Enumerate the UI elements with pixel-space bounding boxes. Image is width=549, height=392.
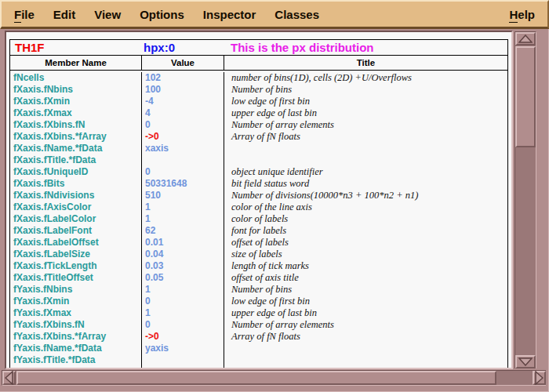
table-row[interactable]: fXaxis.fLabelColor1color of labels — [10, 213, 507, 225]
value-cell: 0.03 — [142, 260, 224, 272]
horizontal-scrollbar[interactable] — [2, 370, 546, 386]
member-name-cell: fYaxis.fXmin — [10, 296, 142, 307]
value-cell: 0.05 — [142, 272, 224, 284]
menu-edit[interactable]: Edit — [44, 5, 85, 24]
member-name-cell: fXaxis.fLabelFont — [10, 225, 142, 237]
value-cell: 0 — [142, 166, 224, 178]
table-row[interactable]: fXaxis.fUniqueID0object unique identifie… — [10, 166, 507, 178]
member-name-cell: fXaxis.fXbins.fN — [10, 119, 142, 131]
menu-file[interactable]: File — [5, 5, 44, 24]
member-name-cell: fXaxis.fLabelSize — [10, 249, 142, 260]
triangle-down-icon — [518, 358, 533, 366]
member-table: TH1F hpx:0 This is the px distribution M… — [9, 39, 508, 368]
title-cell: Number of bins — [224, 84, 507, 96]
menu-classes[interactable]: Classes — [265, 5, 329, 24]
menu-inspector[interactable]: Inspector — [194, 5, 266, 24]
value-cell: 0 — [142, 319, 224, 331]
menu-options[interactable]: Options — [130, 5, 194, 24]
member-table-body: fNcells102number of bins(1D), cells (2D)… — [10, 72, 507, 368]
title-cell: bit field status word — [224, 178, 507, 190]
title-cell: object unique identifier — [224, 166, 507, 178]
member-name-cell: fXaxis.fXmax — [10, 107, 142, 119]
menu-mnemonic: H — [509, 8, 518, 23]
table-row[interactable]: fYaxis.fXbins.*fArray->0Array of fN floa… — [10, 331, 507, 343]
title-cell: Number of bins — [224, 284, 507, 296]
value-cell: yaxis — [142, 343, 224, 354]
scroll-left-button[interactable] — [2, 371, 16, 385]
value-cell — [142, 354, 224, 366]
title-cell: upper edge of last bin — [224, 107, 507, 119]
table-row[interactable]: fXaxis.fXbins.*fArray->0Array of fN floa… — [10, 131, 507, 143]
scroll-up-button[interactable] — [515, 32, 536, 45]
value-cell: 1 — [142, 201, 224, 213]
table-row[interactable]: fXaxis.fTitle.*fData — [10, 154, 507, 166]
triangle-up-icon — [518, 34, 533, 43]
title-cell: low edge of first bin — [224, 296, 507, 307]
value-cell: 50331648 — [142, 178, 224, 190]
value-cell: 102 — [142, 72, 224, 84]
title-cell: Number of divisions(10000*n3 + 100*n2 + … — [224, 190, 507, 201]
column-header-member: Member Name — [10, 56, 142, 70]
horizontal-scroll-thumb[interactable] — [16, 371, 496, 385]
table-row[interactable]: fYaxis.fXmax1upper edge of last bin — [10, 307, 507, 319]
member-name-cell: fYaxis.fUniqueID — [10, 366, 142, 368]
table-row[interactable]: fXaxis.fXmax4upper edge of last bin — [10, 107, 507, 119]
table-row[interactable]: fYaxis.fTitle.*fData — [10, 354, 507, 366]
title-cell: offset of labels — [224, 237, 507, 249]
title-cell: color of the line axis — [224, 201, 507, 213]
table-row[interactable]: fXaxis.fXbins.fN0Number of array element… — [10, 119, 507, 131]
menu-view[interactable]: View — [85, 5, 130, 24]
value-cell: ->0 — [142, 331, 224, 343]
table-row[interactable]: fXaxis.fAxisColor1color of the line axis — [10, 201, 507, 213]
value-cell: 1 — [142, 284, 224, 296]
class-name: TH1F — [10, 41, 142, 54]
vertical-scrollbar[interactable] — [514, 31, 536, 368]
member-name-cell: fYaxis.fNbins — [10, 284, 142, 296]
table-row[interactable]: fYaxis.fXbins.fN0Number of array element… — [10, 319, 507, 331]
value-cell: xaxis — [142, 143, 224, 154]
title-cell: font for labels — [224, 225, 507, 237]
member-name-cell: fXaxis.fName.*fData — [10, 143, 142, 154]
table-row[interactable]: fXaxis.fXmin-4low edge of first bin — [10, 96, 507, 107]
scroll-down-button[interactable] — [515, 355, 536, 368]
member-name-cell: fXaxis.fUniqueID — [10, 166, 142, 178]
member-name-cell: fXaxis.fTickLength — [10, 260, 142, 272]
column-header-row: Member Name Value Title — [10, 56, 507, 71]
table-row[interactable]: fXaxis.fTitleOffset0.05offset of axis ti… — [10, 272, 507, 284]
member-name-cell: fYaxis.fXmax — [10, 307, 142, 319]
value-cell: 0.01 — [142, 237, 224, 249]
value-cell: 100 — [142, 84, 224, 96]
menu-bar: FileEditViewOptionsInspectorClasses Help — [0, 0, 549, 29]
value-cell: 0 — [142, 119, 224, 131]
table-row[interactable]: fXaxis.fName.*fDataxaxis — [10, 143, 507, 154]
menu-help[interactable]: Help — [500, 5, 544, 24]
table-row[interactable]: fYaxis.fUniqueID0object unique identifie… — [10, 366, 507, 368]
scroll-right-button[interactable] — [533, 371, 546, 385]
table-row[interactable]: fYaxis.fXmin0low edge of first bin — [10, 296, 507, 307]
table-row[interactable]: fXaxis.fLabelFont62font for labels — [10, 225, 507, 237]
member-name-cell: fNcells — [10, 72, 142, 84]
value-cell — [142, 154, 224, 166]
table-row[interactable]: fYaxis.fNbins1Number of bins — [10, 284, 507, 296]
title-cell: length of tick marks — [224, 260, 507, 272]
member-name-cell: fYaxis.fXbins.*fArray — [10, 331, 142, 343]
table-row[interactable]: fXaxis.fNbins100Number of bins — [10, 84, 507, 96]
table-row[interactable]: fXaxis.fLabelOffset0.01offset of labels — [10, 237, 507, 249]
vertical-scroll-thumb[interactable] — [515, 46, 536, 147]
table-row[interactable]: fYaxis.fName.*fDatayaxis — [10, 343, 507, 354]
title-cell — [224, 343, 507, 354]
inspector-panel: TH1F hpx:0 This is the px distribution M… — [5, 31, 513, 369]
object-header-row: TH1F hpx:0 This is the px distribution — [10, 40, 507, 56]
table-row[interactable]: fNcells102number of bins(1D), cells (2D)… — [10, 72, 507, 84]
member-name-cell: fXaxis.fXmin — [10, 96, 142, 107]
table-row[interactable]: fXaxis.fNdivisions510Number of divisions… — [10, 190, 507, 201]
value-cell: 510 — [142, 190, 224, 201]
table-row[interactable]: fXaxis.fTickLength0.03length of tick mar… — [10, 260, 507, 272]
table-row[interactable]: fXaxis.fLabelSize0.04size of labels — [10, 249, 507, 260]
table-row[interactable]: fXaxis.fBits50331648bit field status wor… — [10, 178, 507, 190]
menu-mnemonic: F — [14, 8, 21, 23]
title-cell: size of labels — [224, 249, 507, 260]
value-cell: 0.04 — [142, 249, 224, 260]
member-name-cell: fXaxis.fLabelOffset — [10, 237, 142, 249]
menu-bar-right: Help — [500, 5, 544, 24]
